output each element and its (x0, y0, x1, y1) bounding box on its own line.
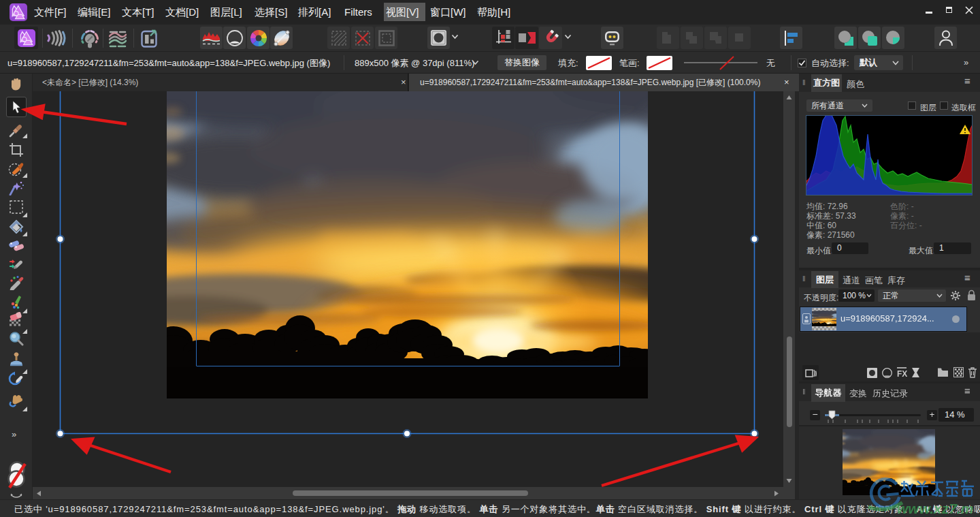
svg-text:FX: FX (897, 369, 907, 379)
